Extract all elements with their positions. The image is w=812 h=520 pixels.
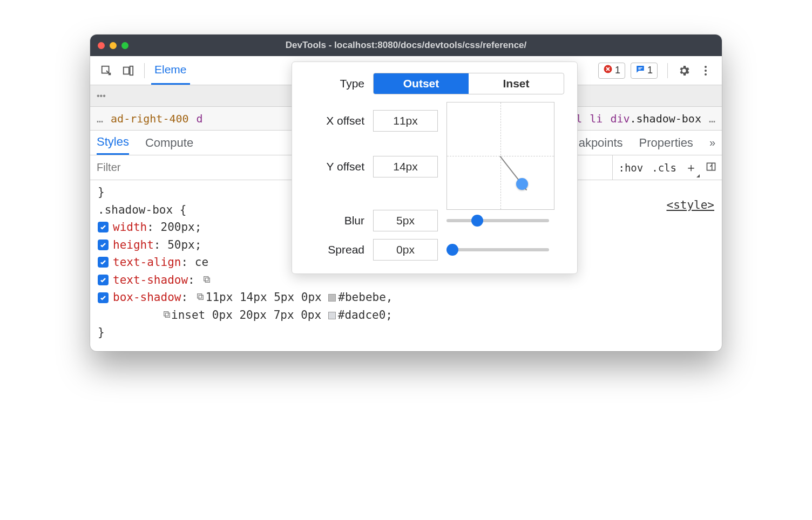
- rule-close-brace: }: [98, 324, 714, 341]
- shadow-type-segmented: Outset Inset: [373, 73, 564, 94]
- svg-rect-9: [707, 163, 715, 170]
- shadow-editor-icon[interactable]: [163, 309, 171, 321]
- settings-gear-icon[interactable]: [674, 61, 694, 80]
- svg-rect-5: [638, 69, 641, 70]
- breadcrumb-item-selected[interactable]: div.shadow-box: [610, 112, 701, 125]
- svg-rect-14: [164, 311, 168, 316]
- declaration-toggle-checkbox[interactable]: [98, 222, 109, 232]
- shadow-type-outset-button[interactable]: Outset: [374, 73, 469, 94]
- errors-count: 1: [615, 65, 620, 76]
- blur-slider[interactable]: [446, 219, 549, 222]
- x-offset-label: X offset: [305, 114, 364, 127]
- shadow-editor-icon[interactable]: [202, 273, 211, 286]
- cls-toggle[interactable]: .cls: [652, 162, 676, 174]
- blur-label: Blur: [305, 214, 364, 227]
- messages-count: 1: [647, 65, 653, 76]
- errors-badge[interactable]: 1: [598, 63, 625, 79]
- blur-input[interactable]: 5px: [373, 210, 438, 231]
- css-declaration-box-shadow[interactable]: box-shadow: 11px 14px 5px 0px #bebebe,: [98, 289, 714, 306]
- window-titlebar: DevTools - localhost:8080/docs/devtools/…: [90, 35, 722, 56]
- shadow-spread-row: Spread 0px: [305, 239, 564, 261]
- spread-slider[interactable]: [446, 248, 549, 251]
- styles-filter-actions: :hov .cls ＋: [613, 160, 722, 176]
- device-toggle-icon[interactable]: [118, 61, 138, 80]
- svg-rect-10: [204, 276, 208, 280]
- svg-point-7: [705, 70, 707, 72]
- declaration-toggle-checkbox[interactable]: [98, 257, 109, 268]
- svg-rect-1: [124, 67, 129, 74]
- breadcrumb-item[interactable]: li: [590, 112, 603, 125]
- css-declaration-box-shadow-line2[interactable]: inset 0px 20px 7px 0px #dadce0;: [98, 306, 714, 324]
- offset-xy-picker[interactable]: [446, 102, 554, 210]
- svg-point-6: [705, 66, 707, 68]
- spread-input[interactable]: 0px: [373, 239, 438, 261]
- window-title: DevTools - localhost:8080/docs/devtools/…: [90, 40, 722, 51]
- declaration-toggle-checkbox[interactable]: [98, 275, 109, 285]
- toolbar-separator: [144, 63, 145, 78]
- svg-rect-12: [197, 294, 201, 298]
- x-offset-input[interactable]: 11px: [373, 110, 438, 132]
- shadow-offset-block: X offset 11px Y offset 14px: [305, 102, 564, 210]
- svg-point-8: [705, 73, 707, 76]
- breadcrumb-overflow-left[interactable]: …: [97, 112, 103, 125]
- new-style-rule-button[interactable]: ＋: [685, 160, 697, 176]
- tab-styles[interactable]: Styles: [97, 131, 129, 155]
- ellipsis-icon[interactable]: •••: [97, 91, 106, 101]
- tab-properties[interactable]: Properties: [639, 136, 693, 150]
- shadow-editor-icon[interactable]: [196, 291, 205, 304]
- color-swatch[interactable]: [328, 294, 336, 302]
- tab-elements[interactable]: Eleme: [151, 56, 190, 85]
- tab-dom-breakpoints[interactable]: akpoints: [579, 136, 623, 150]
- declaration-toggle-checkbox[interactable]: [98, 292, 109, 303]
- spread-label: Spread: [305, 243, 364, 256]
- declaration-toggle-checkbox[interactable]: [98, 240, 109, 250]
- messages-badge[interactable]: 1: [631, 63, 658, 79]
- xy-handle[interactable]: [516, 178, 528, 190]
- shadow-blur-row: Blur 5px: [305, 210, 564, 231]
- breadcrumb-overflow-right[interactable]: …: [709, 112, 715, 125]
- breadcrumb-item[interactable]: d: [197, 112, 203, 125]
- svg-rect-11: [206, 278, 210, 282]
- stylesheet-source-link[interactable]: <style>: [666, 196, 714, 214]
- svg-rect-2: [130, 66, 133, 75]
- error-icon: [603, 64, 613, 77]
- box-shadow-editor-popup: Type Outset Inset X offset 11px Y offset…: [292, 61, 578, 274]
- tab-computed[interactable]: Compute: [145, 136, 193, 150]
- shadow-type-label: Type: [305, 77, 364, 90]
- svg-rect-4: [638, 67, 642, 69]
- inspect-icon[interactable]: [97, 61, 116, 80]
- devtools-window: DevTools - localhost:8080/docs/devtools/…: [90, 35, 722, 351]
- breadcrumb-item[interactable]: ad-right-400: [111, 112, 189, 125]
- toolbar-separator-2: [667, 63, 668, 78]
- hov-toggle[interactable]: :hov: [618, 162, 643, 174]
- y-offset-label: Y offset: [305, 160, 364, 173]
- shadow-type-row: Type Outset Inset: [305, 73, 564, 94]
- svg-rect-13: [199, 296, 203, 300]
- tabs-overflow-icon[interactable]: »: [709, 136, 715, 149]
- color-swatch[interactable]: [328, 312, 336, 319]
- shadow-type-inset-button[interactable]: Inset: [469, 73, 564, 94]
- more-menu-icon[interactable]: [696, 61, 715, 80]
- toggle-rendering-panel-icon[interactable]: [706, 161, 716, 174]
- message-icon: [635, 64, 645, 77]
- y-offset-input[interactable]: 14px: [373, 156, 438, 177]
- svg-rect-15: [165, 313, 170, 317]
